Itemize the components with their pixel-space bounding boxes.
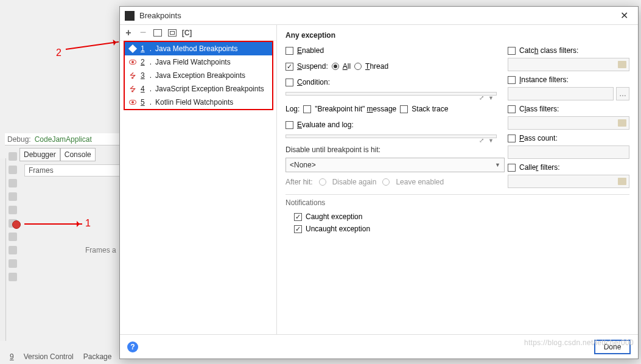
group-by-class-icon[interactable] bbox=[167, 28, 177, 38]
help-icon[interactable]: ? bbox=[127, 341, 138, 352]
after-hit-label: After hit: bbox=[285, 178, 313, 186]
tab-debugger[interactable]: Debugger bbox=[19, 148, 60, 161]
annotation-arrow-2 bbox=[66, 41, 119, 50]
pin-icon[interactable] bbox=[9, 273, 17, 281]
instance-filters-browse[interactable]: … bbox=[616, 87, 629, 100]
add-breakpoint-menu: 1. Java Method Breakpoints 2. Java Field… bbox=[124, 41, 273, 110]
catch-filters-checkbox[interactable] bbox=[508, 47, 516, 55]
resume-icon[interactable] bbox=[9, 166, 17, 174]
menu-java-method-breakpoints[interactable]: 1. Java Method Breakpoints bbox=[125, 42, 272, 55]
dump-threads-icon[interactable] bbox=[9, 233, 17, 241]
eye-icon bbox=[128, 58, 137, 66]
condition-checkbox[interactable] bbox=[285, 79, 293, 86]
run-config-name: CodeJamApplicat bbox=[35, 135, 92, 144]
folder-icon[interactable] bbox=[618, 178, 626, 185]
menu-js-exception-breakpoints[interactable]: ⭍ 4. JavaScript Exception Breakpoints bbox=[125, 82, 272, 96]
menu-label: JavaScript Exception Breakpoints bbox=[155, 85, 264, 93]
pass-count-label: Pass count: bbox=[519, 134, 558, 142]
view-breakpoints-icon[interactable] bbox=[9, 206, 17, 214]
condition-row: Condition: bbox=[285, 76, 497, 88]
after-leave-radio[interactable] bbox=[382, 178, 390, 186]
suspend-checkbox[interactable] bbox=[285, 63, 293, 71]
after-leave-label: Leave enabled bbox=[396, 178, 444, 186]
eval-label: Evaluate and log: bbox=[297, 121, 354, 129]
condition-input[interactable]: ⤢▼ bbox=[285, 92, 497, 96]
vcs-label[interactable]: Version Control bbox=[24, 352, 74, 361]
catch-filters-input[interactable] bbox=[508, 58, 629, 71]
folder-icon[interactable] bbox=[618, 119, 626, 127]
uncaught-checkbox[interactable] bbox=[294, 225, 302, 233]
group-by-file-icon[interactable] bbox=[153, 28, 163, 38]
breakpoint-details-pane: Any exception EEnablednabled Suspend: Al… bbox=[277, 25, 638, 334]
frames-header: Frames bbox=[24, 164, 122, 177]
menu-java-exception-breakpoints[interactable]: ⭍ 3. Java Exception Breakpoints bbox=[125, 69, 272, 82]
bolt-icon: ⭍ bbox=[128, 71, 137, 80]
uncaught-label: Uncaught exception bbox=[306, 225, 370, 233]
dialog-body: + − [C] 1. Java Method Breakpoints 2. Ja… bbox=[120, 25, 638, 334]
rerun-icon[interactable] bbox=[9, 152, 17, 161]
rhombus-icon bbox=[128, 44, 137, 53]
catch-filters-label: Catch class filters: bbox=[519, 46, 578, 55]
caller-filters-checkbox[interactable] bbox=[508, 164, 516, 172]
watermark: https://blog.csdn.net/lettcher000 bbox=[524, 338, 634, 347]
pass-count-input[interactable] bbox=[508, 145, 629, 159]
class-filters-label: Class filters: bbox=[519, 105, 559, 113]
restore-layout-icon[interactable] bbox=[9, 246, 17, 254]
section-header: Any exception bbox=[285, 31, 629, 40]
suspend-all-radio[interactable] bbox=[332, 63, 339, 70]
disable-until-label: Disable until breakpoint is hit: bbox=[285, 145, 497, 154]
instance-filters-input[interactable] bbox=[508, 87, 614, 100]
vcs-num: 9 bbox=[10, 352, 14, 361]
menu-kotlin-field-watchpoints[interactable]: 5. Kotlin Field Watchpoints bbox=[125, 96, 272, 109]
disable-until-select[interactable]: <None> ▼ bbox=[285, 158, 505, 172]
app-icon bbox=[125, 11, 135, 21]
eye-icon bbox=[128, 98, 137, 107]
debug-label: Debug: bbox=[7, 135, 31, 144]
pause-icon[interactable] bbox=[9, 179, 17, 187]
dialog-titlebar: Breakpoints ✕ bbox=[120, 7, 638, 25]
suspend-thread-radio[interactable] bbox=[354, 63, 362, 70]
log-bp-hit-label: "Breakpoint hit" message bbox=[315, 105, 396, 113]
stop-icon[interactable] bbox=[9, 192, 17, 201]
class-filters-input[interactable] bbox=[508, 116, 629, 130]
tab-console[interactable]: Console bbox=[60, 148, 96, 161]
breakpoints-tree-pane: + − [C] 1. Java Method Breakpoints 2. Ja… bbox=[120, 25, 277, 334]
annotation-arrow-1 bbox=[24, 223, 82, 225]
folder-icon[interactable] bbox=[618, 61, 626, 68]
debug-toolbar-vertical bbox=[7, 149, 18, 349]
eval-checkbox[interactable] bbox=[285, 121, 293, 129]
menu-java-field-watchpoints[interactable]: 2. Java Field Watchpoints bbox=[125, 55, 272, 69]
log-stack-checkbox[interactable] bbox=[400, 105, 408, 113]
suspend-row: Suspend: All Thread bbox=[285, 60, 497, 72]
menu-label: Java Exception Breakpoints bbox=[155, 71, 245, 80]
caught-label: Caught exception bbox=[306, 212, 362, 221]
eval-input[interactable]: ⤢▼ bbox=[285, 135, 497, 138]
enabled-checkbox[interactable] bbox=[285, 47, 293, 55]
close-icon[interactable]: ✕ bbox=[615, 10, 633, 21]
pass-count-checkbox[interactable] bbox=[508, 135, 516, 142]
after-hit-row: After hit: Disable again Leave enabled bbox=[285, 176, 497, 188]
caught-checkbox[interactable] bbox=[294, 213, 302, 221]
bg-debug-tabs: Debugger Console bbox=[19, 148, 123, 161]
frames-empty-text: Frames a bbox=[85, 246, 116, 254]
after-disable-radio[interactable] bbox=[319, 178, 326, 186]
log-bp-hit-checkbox[interactable] bbox=[303, 105, 311, 113]
log-label: Log: bbox=[285, 105, 299, 113]
notifications-title: Notifications bbox=[285, 198, 629, 207]
packages-label[interactable]: Package bbox=[83, 352, 112, 361]
settings-icon[interactable] bbox=[9, 259, 17, 268]
dialog-title: Breakpoints bbox=[139, 11, 615, 20]
suspend-label: Suspend: bbox=[297, 62, 328, 71]
caller-filters-input[interactable] bbox=[508, 175, 629, 188]
instance-filters-checkbox[interactable] bbox=[508, 76, 516, 84]
annotation-dot-1 bbox=[12, 220, 21, 229]
menu-label: Java Field Watchpoints bbox=[155, 58, 231, 66]
class-filters-checkbox[interactable] bbox=[508, 105, 516, 113]
remove-breakpoint-button[interactable]: − bbox=[138, 28, 148, 38]
bg-side-strip bbox=[0, 158, 6, 341]
notifications-section: Notifications Caught exception Uncaught … bbox=[285, 194, 629, 235]
group-by-type-icon[interactable]: [C] bbox=[182, 28, 192, 38]
annotation-num-2: 2 bbox=[56, 47, 61, 58]
bolt-icon: ⭍ bbox=[128, 85, 137, 93]
add-breakpoint-button[interactable]: + bbox=[124, 28, 133, 38]
